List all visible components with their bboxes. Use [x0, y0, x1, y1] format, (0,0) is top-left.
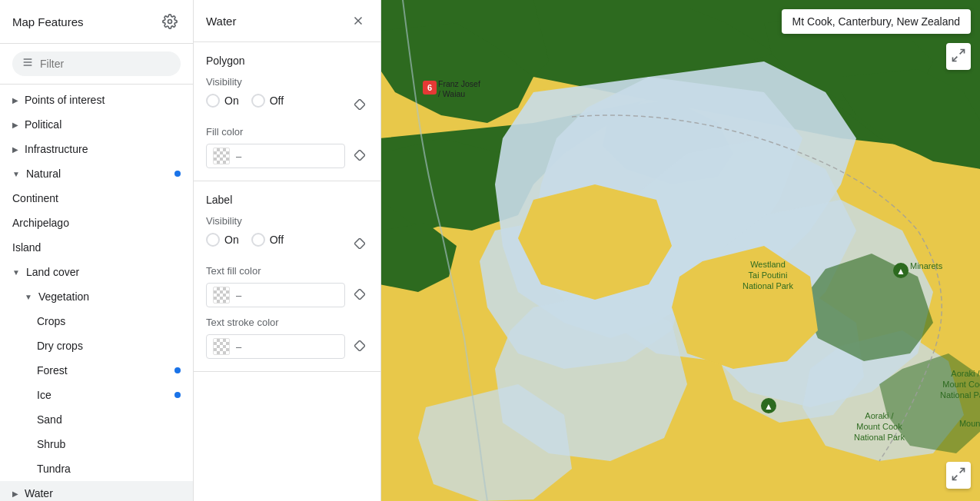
svg-marker-10 — [354, 340, 365, 351]
polygon-section: Polygon Visibility On Off Fill color — [194, 42, 380, 181]
chevron-right-icon: ▶ — [12, 145, 18, 154]
left-panel: Map Features ▶ Points of interest — [0, 0, 194, 501]
map-area: 6 Franz Josef / Waiau Westland Tai Pouti… — [381, 0, 980, 501]
filter-input[interactable] — [40, 58, 171, 70]
chevron-right-icon: ▶ — [12, 489, 18, 498]
text-fill-color-swatch-wrap[interactable]: – — [206, 283, 345, 307]
sidebar-item-label: Crops — [37, 315, 65, 327]
sidebar-item-island[interactable]: Island — [0, 235, 193, 260]
sidebar-item-dry-crops[interactable]: Dry crops — [0, 333, 193, 358]
fullscreen-button[interactable] — [946, 462, 971, 489]
text-fill-color-value: – — [236, 290, 241, 301]
hiker-marker-left[interactable]: ▲ — [761, 398, 776, 413]
sidebar-item-label: Tundra — [37, 463, 71, 475]
sidebar-item-forest[interactable]: Forest — [0, 358, 193, 383]
sidebar-item-water[interactable]: ▶ Water — [0, 481, 193, 501]
sidebar-item-political[interactable]: ▶ Political — [0, 112, 193, 137]
text-stroke-color-reset-button[interactable] — [351, 337, 368, 357]
sidebar-item-ice[interactable]: Ice — [0, 383, 193, 407]
text-fill-color-reset-button[interactable] — [351, 286, 368, 305]
sidebar-item-label: Shrub — [37, 438, 65, 450]
chevron-down-icon: ▼ — [12, 170, 20, 178]
svg-marker-9 — [354, 289, 365, 300]
map-svg: 6 Franz Josef / Waiau Westland Tai Pouti… — [381, 0, 980, 501]
svg-text:▲: ▲ — [896, 266, 905, 277]
off-radio-circle — [251, 94, 265, 108]
svg-marker-7 — [354, 150, 365, 161]
fill-color-label: Fill color — [206, 126, 368, 138]
sidebar-item-label: Ice — [37, 389, 51, 401]
sidebar-item-sand[interactable]: Sand — [0, 407, 193, 432]
label-off-radio[interactable]: Off — [251, 233, 284, 247]
chevron-right-icon: ▶ — [12, 96, 18, 105]
text-stroke-color-swatch — [213, 338, 230, 355]
sidebar-item-points-of-interest[interactable]: ▶ Points of interest — [0, 88, 193, 112]
nav-list: ▶ Points of interest ▶ Political ▶ Infra… — [0, 85, 193, 501]
label-on-radio[interactable]: On — [206, 233, 239, 247]
chevron-right-icon: ▶ — [12, 121, 18, 129]
off-radio[interactable]: Off — [251, 94, 284, 108]
settings-button[interactable] — [159, 11, 181, 32]
aoraki-label3: National Park — [940, 390, 980, 400]
sidebar-item-infrastructure[interactable]: ▶ Infrastructure — [0, 137, 193, 161]
minarets-marker[interactable]: ▲ — [893, 263, 909, 278]
chevron-down-icon: ▼ — [12, 268, 20, 277]
minarets-label: Minarets — [910, 261, 943, 270]
sidebar-item-tundra[interactable]: Tundra — [0, 456, 193, 481]
sidebar-item-continent[interactable]: Continent — [0, 186, 193, 211]
fill-color-value: – — [236, 151, 241, 162]
westland-label3: National Park — [742, 281, 794, 290]
fullscreen-button-2[interactable] — [946, 43, 971, 70]
filter-bar — [0, 44, 193, 85]
sidebar-item-vegetation[interactable]: ▼ Vegetation — [0, 284, 193, 309]
svg-point-0 — [168, 20, 172, 24]
sidebar-item-label: Points of interest — [25, 94, 105, 106]
franz-josef-label2: / Waiau — [438, 89, 465, 98]
label-visibility-label: Visibility — [206, 215, 368, 227]
sidebar-item-label: Forest — [37, 364, 68, 377]
fill-color-reset-button[interactable] — [351, 147, 368, 166]
off-label: Off — [270, 95, 284, 107]
franz-josef-marker[interactable]: 6 — [423, 81, 437, 95]
modified-dot — [174, 367, 181, 373]
sidebar-item-label: Continent — [12, 192, 58, 204]
left-panel-title: Map Features — [12, 15, 84, 28]
sidebar-item-label: Infrastructure — [25, 143, 88, 155]
modified-dot — [174, 171, 181, 177]
label-visibility-reset-button[interactable] — [351, 235, 368, 254]
sidebar-item-crops[interactable]: Crops — [0, 309, 193, 333]
search-bar: Mt Cook, Canterbury, New Zealand — [782, 9, 971, 34]
sidebar-item-label: Water — [25, 487, 53, 499]
aoraki-label1: Aoraki / — [951, 369, 980, 378]
sidebar-item-label: Land cover — [26, 266, 79, 278]
visibility-radio-group: On Off — [206, 94, 284, 108]
filter-input-wrap[interactable] — [12, 51, 181, 76]
on-radio[interactable]: On — [206, 94, 239, 108]
polygon-section-title: Polygon — [206, 55, 368, 67]
text-stroke-color-swatch-wrap[interactable]: – — [206, 334, 345, 359]
sidebar-item-land-cover[interactable]: ▼ Land cover — [0, 260, 193, 284]
franz-josef-label: Franz Josef — [438, 79, 480, 88]
sidebar-item-shrub[interactable]: Shrub — [0, 432, 193, 456]
svg-text:6: 6 — [427, 83, 432, 92]
sidebar-item-label: Dry crops — [37, 340, 83, 352]
sidebar-item-label: Island — [12, 241, 41, 254]
fill-color-swatch — [213, 148, 230, 164]
sidebar-item-archipelago[interactable]: Archipelago — [0, 211, 193, 235]
svg-line-49 — [953, 476, 958, 480]
label-section: Label Visibility On Off Text fill color — [194, 181, 380, 372]
close-button[interactable] — [348, 11, 368, 31]
on-label: On — [224, 95, 239, 107]
label-off-label: Off — [270, 234, 284, 246]
sidebar-item-label: Vegetation — [38, 290, 89, 303]
filter-icon — [22, 56, 34, 71]
search-text: Mt Cook, Canterbury, New Zealand — [792, 15, 960, 28]
svg-line-51 — [953, 57, 958, 61]
svg-marker-8 — [354, 238, 365, 249]
middle-panel-title: Water — [206, 15, 236, 28]
sidebar-item-natural[interactable]: ▼ Natural — [0, 161, 193, 186]
visibility-reset-button[interactable] — [351, 96, 368, 115]
label-visibility-radio-group: On Off — [206, 233, 284, 247]
fill-color-swatch-wrap[interactable]: – — [206, 144, 345, 168]
modified-dot — [174, 392, 181, 398]
